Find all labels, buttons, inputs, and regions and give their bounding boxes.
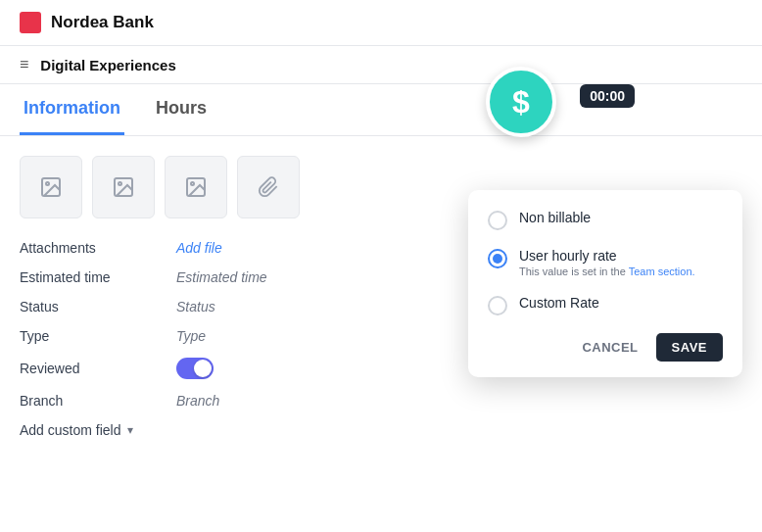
save-button[interactable]: SAVE	[656, 333, 723, 362]
field-value-attachments[interactable]: Add file	[176, 240, 222, 256]
tab-hours[interactable]: Hours	[152, 84, 211, 135]
add-custom-field[interactable]: Add custom field ▾	[20, 422, 742, 438]
field-branch: Branch Branch	[20, 393, 742, 409]
option-user-hourly-label: User hourly rate	[519, 248, 695, 264]
toggle-knob	[194, 360, 212, 377]
hamburger-icon[interactable]: ≡	[20, 56, 28, 73]
navbar: ≡ Digital Experiences	[0, 46, 762, 84]
field-label-branch: Branch	[20, 393, 176, 409]
billing-icon[interactable]: $	[486, 67, 556, 137]
field-label-reviewed: Reviewed	[20, 361, 176, 376]
app-header: Nordea Bank	[0, 0, 762, 46]
thumbnail-attachment[interactable]	[237, 156, 300, 218]
field-value-branch[interactable]: Branch	[176, 393, 219, 409]
option-user-hourly[interactable]: User hourly rate This value is set in th…	[488, 248, 723, 277]
field-value-type[interactable]: Type	[176, 328, 206, 344]
team-section-link[interactable]: Team section.	[629, 266, 695, 277]
option-non-billable-label: Non billable	[519, 210, 591, 225]
option-custom-rate[interactable]: Custom Rate	[488, 295, 723, 315]
radio-user-hourly[interactable]	[488, 249, 507, 268]
thumbnail-image-3[interactable]	[165, 156, 227, 218]
tab-bar: Information Hours	[0, 84, 762, 136]
svg-point-1	[46, 182, 49, 185]
reviewed-toggle[interactable]	[176, 358, 214, 379]
field-value-estimated-time[interactable]: Estimated time	[176, 269, 267, 285]
field-label-estimated-time: Estimated time	[20, 269, 176, 285]
chevron-down-icon: ▾	[127, 423, 133, 437]
option-non-billable[interactable]: Non billable	[488, 210, 723, 230]
field-label-status: Status	[20, 299, 176, 314]
field-value-status[interactable]: Status	[176, 299, 215, 314]
field-label-type: Type	[20, 328, 176, 344]
svg-point-3	[119, 182, 121, 185]
thumbnail-image-2[interactable]	[92, 156, 155, 218]
option-custom-rate-content: Custom Rate	[519, 295, 599, 311]
option-user-hourly-content: User hourly rate This value is set in th…	[519, 248, 695, 277]
popup-actions: CANCEL SAVE	[488, 333, 723, 362]
tabs-section: Information Hours $ 00:00	[0, 84, 762, 136]
timer-badge[interactable]: 00:00	[580, 84, 635, 108]
app-title: Nordea Bank	[51, 13, 154, 32]
thumbnail-image-1[interactable]	[20, 156, 82, 218]
main-content: Attachments Add file Estimated time Esti…	[0, 136, 762, 458]
navbar-title: Digital Experiences	[40, 57, 175, 73]
option-non-billable-content: Non billable	[519, 210, 591, 225]
radio-non-billable[interactable]	[488, 211, 507, 230]
option-custom-rate-label: Custom Rate	[519, 295, 599, 311]
option-user-hourly-sublabel: This value is set in the Team section.	[519, 266, 695, 277]
billing-popup: Non billable User hourly rate This value…	[468, 190, 742, 377]
field-label-attachments: Attachments	[20, 240, 176, 256]
radio-custom-rate[interactable]	[488, 296, 507, 315]
add-custom-field-label: Add custom field	[20, 422, 121, 438]
cancel-button[interactable]: CANCEL	[574, 334, 645, 361]
logo-icon	[20, 12, 41, 33]
tab-information[interactable]: Information	[20, 84, 124, 135]
svg-point-5	[191, 182, 194, 185]
